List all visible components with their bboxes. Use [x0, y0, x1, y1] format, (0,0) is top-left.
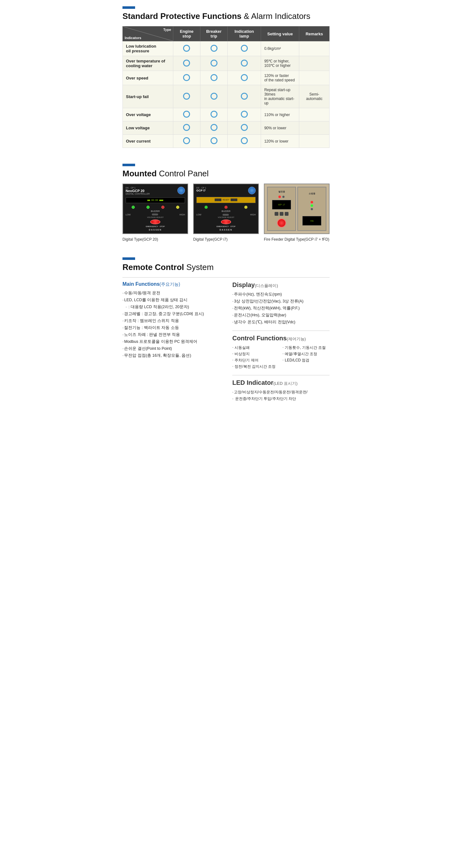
indication-lamp-5: [228, 121, 261, 135]
circle-breaker-trip: [210, 45, 218, 52]
setting-value-1: 95℃ or higher,103℃ or higher: [261, 56, 299, 71]
circle-engine-stop: [183, 60, 190, 67]
circle-breaker-trip: [210, 124, 218, 131]
control-grid-item: 기동횟수, 기동시간 조절: [283, 345, 330, 350]
remarks-3: Semi-automatic: [299, 85, 330, 108]
panel-item-ffd: 발전용 GCP i7: [264, 184, 330, 242]
main-functions-title: Main Functions(주요기능): [122, 281, 220, 287]
circle-breaker-trip: [210, 111, 218, 118]
display-section: Display(디스플레이) 주파수(Hz), 엔진속도(rpm)3상 상전압/…: [232, 281, 330, 325]
engine-stop-3: [173, 85, 200, 108]
breaker-trip-1: [200, 56, 227, 71]
led-list-item: 고장/비상정지/수동운전/자동운전/원격운전/: [232, 390, 330, 395]
row-label-6: Over current: [123, 135, 173, 148]
protective-functions-table: Type Indicators Engine stop Breaker trip…: [122, 26, 330, 148]
table-row: Over temperature ofcooling water 95℃ or …: [123, 56, 330, 71]
circle-indication-lamp: [241, 111, 248, 118]
indicators-label: Indicators: [125, 36, 141, 40]
ff-btn-2: [280, 212, 283, 216]
main-function-item: Modbus 프로토콜을 이용한 PC 원격제어: [122, 339, 220, 344]
ds-top-bar: DS - CP 1 NeoGCP 20 DIGITAL CONTROLLER: [125, 187, 185, 195]
circle-breaker-trip: [210, 60, 218, 67]
remote-right-col: Display(디스플레이) 주파수(Hz), 엔진속도(rpm)3상 상전압/…: [227, 277, 330, 407]
breaker-trip-3: [200, 85, 227, 108]
led-g1: [204, 206, 208, 209]
ff-btn-1: [275, 212, 278, 216]
remote-control-section: Remote Control System Main Functions(주요기…: [122, 257, 330, 407]
main-function-item: 노이즈 차례 : 판넬 전면부 적용: [122, 332, 220, 338]
circle-indication-lamp: [241, 93, 248, 100]
led-r1: [224, 206, 228, 209]
led-green-1: [132, 206, 135, 209]
breaker-trip-4: [200, 108, 227, 121]
main-function-item: 손쉬운 결선(Point to Point): [122, 346, 220, 351]
main-function-item: 무전압 접점(총 16개, 확장모듈, 옵션): [122, 353, 220, 358]
control-grid-item: 정전/복전 감지시간 조정: [232, 364, 279, 369]
header-engine-stop: Engine stop: [173, 27, 200, 41]
control-grid-item: 주차단기 제어: [232, 358, 279, 363]
ds-display-i7: █████ READY █████: [196, 197, 256, 203]
engine-stop-0: [173, 41, 200, 56]
emergency-stop-button: [150, 219, 160, 224]
row-label-3: Start-up fail: [123, 85, 173, 108]
row-label-5: Low voltage: [123, 121, 173, 135]
ff-dot-off-2: [311, 208, 313, 210]
table-row: Low voltage 90% or lower: [123, 121, 330, 135]
panel-image-gcpi7: DS - CP 1 GCP i7 █████ READY █████ BUZZE…: [193, 184, 259, 234]
breaker-trip-0: [200, 41, 227, 56]
led-indicator-title: LED Indicator(LED 표시기): [232, 379, 330, 386]
engine-stop-1: [173, 56, 200, 71]
ds-display: ■■ 00:00 ■■■: [125, 197, 185, 203]
breaker-trip-2: [200, 71, 227, 85]
ds-title: DS - CP 1 NeoGCP 20 DIGITAL CONTROLLER: [125, 187, 150, 195]
setting-value-2: 120% or fasterof the rated speed: [261, 71, 299, 85]
control-panel-section: Mounted Control Panel DS - CP 1 NeoGCP 2…: [122, 164, 330, 242]
remote-content: Main Functions(주요기능) 수동/자동/원격 운전LED, LCD…: [122, 277, 330, 407]
table-row: Over current 120% or lower: [123, 135, 330, 148]
ff-left-box: 발전용 GCP i7: [267, 187, 296, 231]
circle-breaker-trip: [210, 137, 218, 144]
ds-blue-button-i7: [248, 187, 256, 194]
led-y1: [244, 206, 248, 209]
emergency-stop-i7: [221, 219, 231, 224]
remarks-4: [299, 108, 330, 121]
display-list-item: 냉각수 온도(℃), 배터리 전압(Vdc): [232, 319, 330, 325]
row-label-4: Over voltage: [123, 108, 173, 121]
indication-lamp-2: [228, 71, 261, 85]
led-list-item: 운전중/주차단기 투입/주차단기 차단: [232, 396, 330, 402]
ff-panel: 발전용 GCP i7: [264, 184, 329, 234]
remarks-2: [299, 71, 330, 85]
section-accent-panel: [122, 164, 135, 166]
circle-engine-stop: [183, 124, 190, 131]
panel-image-gcp20: DS - CP 1 NeoGCP 20 DIGITAL CONTROLLER ■…: [122, 184, 188, 234]
table-row: Low lubricationoil pressure 0.6kg/cm²: [123, 41, 330, 56]
remarks-1: [299, 56, 330, 71]
panel-caption-gcp20: Digital Type(GCP 20): [122, 237, 158, 242]
ff-display-left: GCP i7: [272, 200, 291, 210]
circle-engine-stop: [183, 45, 190, 52]
ff-dot-green-1: [311, 205, 313, 207]
row-label-0: Low lubricationoil pressure: [123, 41, 173, 56]
ff-emergency-left: [277, 219, 286, 227]
engine-stop-6: [173, 135, 200, 148]
control-grid-item: 시동실패: [232, 345, 279, 350]
setting-value-3: Repeat start-up 3timesin automatic start…: [261, 85, 299, 108]
led-red: [161, 206, 165, 209]
panel-item-gcp20: DS - CP 1 NeoGCP 20 DIGITAL CONTROLLER ■…: [122, 184, 188, 242]
led-list: 고장/비상정지/수동운전/자동운전/원격운전/ 운전중/주차단기 투입/주차단기…: [232, 390, 330, 402]
ds-blue-button: [177, 187, 185, 194]
ff-dot-red-2: [311, 201, 313, 204]
ds-panel-gcpi7: DS - CP 1 GCP i7 █████ READY █████ BUZZE…: [194, 184, 258, 234]
ff-btn-3: [285, 212, 288, 216]
engine-stop-5: [173, 121, 200, 135]
breaker-trip-5: [200, 121, 227, 135]
main-function-item: 경고레벨 : 경고장, 중고장 구분(LCD에 표시): [122, 311, 220, 317]
table-section: Standard Protective Functions & Alarm In…: [122, 6, 330, 148]
remarks-5: [299, 121, 330, 135]
display-list: 주파수(Hz), 엔진속도(rpm)3상 상전압/선간전압(Vac), 3상 전…: [232, 292, 330, 325]
section-accent-remote: [122, 257, 135, 260]
panel-image-ffd: 발전용 GCP i7: [264, 184, 330, 234]
display-list-item: 운전시간(Hrs), 오일압력(bar): [232, 313, 330, 318]
control-functions-title: Control Functions(제어기능): [232, 335, 330, 342]
circle-engine-stop: [183, 137, 190, 144]
